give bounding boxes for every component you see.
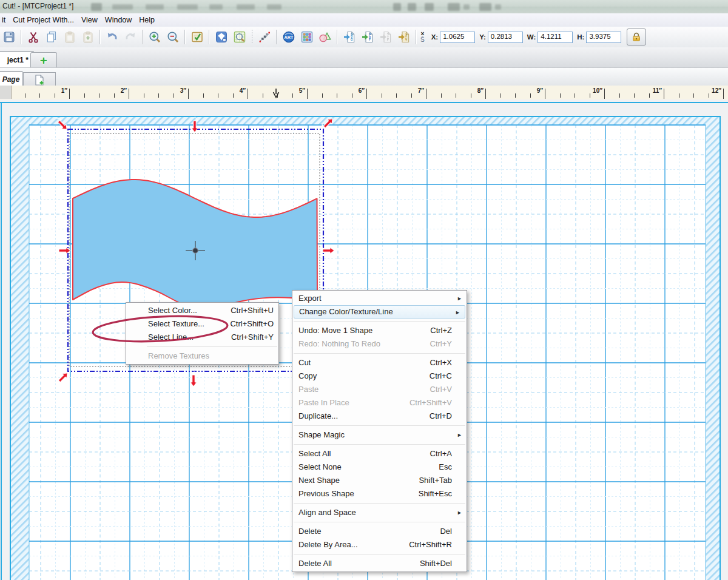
ruler-label: 5″ (299, 87, 307, 94)
menu-item-export[interactable]: Export► (292, 292, 467, 305)
art-gallery-button[interactable]: ART (280, 29, 297, 45)
undo-button[interactable] (104, 29, 121, 45)
import-ttf-button[interactable]: TTF (377, 29, 394, 45)
tab-project[interactable]: ject1 * (0, 51, 34, 68)
menu-item-previous-shape[interactable]: Previous ShapeShift+Esc (292, 487, 467, 501)
menu-separator (294, 522, 465, 522)
import-svg-button[interactable]: SVG (341, 29, 358, 45)
menu-item-label: Select None (298, 460, 342, 474)
menu-item-label: Remove Textures (148, 349, 209, 363)
pixel-art-button[interactable] (298, 29, 315, 45)
paste-button[interactable] (61, 29, 78, 45)
menu-item-paste-in-place[interactable]: Paste In PlaceCtrl+Shift+V (292, 396, 467, 410)
menu-item-redo-nothing-to-redo[interactable]: Redo: Nothing To RedoCtrl+Y (292, 337, 467, 351)
ruler-tick (515, 93, 516, 98)
menubar-item-it[interactable]: it (2, 16, 11, 24)
menu-item-select-color[interactable]: Select Color...Ctrl+Shift+U (126, 304, 278, 317)
menu-item-select-none[interactable]: Select NoneEsc (292, 460, 467, 474)
ruler-tick (709, 93, 709, 98)
zoom-in-button[interactable] (146, 29, 163, 45)
menu-item-delete[interactable]: DeleteDel (292, 525, 467, 538)
copy-button[interactable] (43, 29, 60, 45)
ghost-window-artifact (237, 4, 255, 10)
menu-item-paste[interactable]: PasteCtrl+V (292, 383, 467, 396)
menu-item-select-line[interactable]: Select Line...Ctrl+Shift+Y (126, 331, 278, 344)
menu-item-select-texture[interactable]: Select Texture...Ctrl+Shift+O (126, 317, 278, 331)
import-pdf-button[interactable]: PDF (359, 29, 376, 45)
menu-item-label: Undo: Move 1 Shape (298, 324, 372, 337)
menu-item-shortcut: Shift+Del (420, 557, 452, 570)
menu-item-copy[interactable]: CopyCtrl+C (292, 369, 467, 383)
add-page-button[interactable] (23, 72, 56, 87)
ruler-tick (441, 93, 442, 98)
coord-field-y[interactable]: 0.2813 (488, 32, 523, 43)
ruler-tick (366, 89, 367, 99)
tab-page[interactable]: Page (0, 71, 22, 87)
cut-button[interactable] (25, 29, 42, 45)
ruler-tick (144, 93, 144, 98)
coord-label-h: H: (577, 33, 584, 41)
coord-field-w[interactable]: 4.1211 (538, 32, 573, 43)
redo-button[interactable] (122, 29, 139, 45)
menu-item-shortcut: Ctrl+Shift+Y (231, 331, 274, 344)
ruler-tick (55, 93, 55, 98)
menubar-item-view[interactable]: View (81, 16, 103, 24)
menu-item-label: Copy (298, 369, 317, 383)
add-project-tab-button[interactable]: + (30, 52, 57, 68)
import-scut-button[interactable]: SCUT (396, 29, 413, 45)
ghost-window-artifact (408, 3, 416, 11)
ghost-window-artifact (91, 3, 102, 11)
menu-item-label: Select Line... (148, 331, 194, 344)
ruler-label: 4″ (240, 87, 248, 94)
menu-item-label: Align and Space (298, 506, 356, 519)
ruler-tick (411, 93, 412, 98)
horizontal-ruler: 1″2″3″4″5″6″7″8″9″10″11″12″ (0, 86, 728, 100)
menu-item-duplicate[interactable]: Duplicate...Ctrl+D (292, 410, 467, 423)
ruler-label: 6″ (359, 87, 366, 94)
ghost-window-artifact (495, 4, 501, 10)
confirm-mat-button[interactable] (189, 29, 206, 45)
ruler-tick (456, 93, 456, 98)
context-menu: Export►Change Color/Texture/Line►Undo: M… (292, 290, 467, 572)
ghost-window-artifact (112, 4, 133, 10)
mat-preview-button[interactable] (231, 29, 248, 45)
basic-shapes-button[interactable] (317, 29, 334, 45)
menu-item-label: Delete All (298, 557, 332, 570)
menu-item-change-color-texture-line[interactable]: Change Color/Texture/Line► (294, 305, 465, 319)
blade-options-button[interactable] (213, 29, 230, 45)
menu-item-cut[interactable]: CutCtrl+X (292, 356, 467, 369)
menu-item-label: Change Color/Texture/Line (299, 306, 393, 318)
menu-item-delete-all[interactable]: Delete AllShift+Del (292, 557, 467, 570)
menu-item-next-shape[interactable]: Next ShapeShift+Tab (292, 474, 467, 487)
paste-from-file-button[interactable] (79, 29, 96, 45)
menu-item-remove-textures[interactable]: Remove Textures (126, 349, 278, 363)
ghost-window-artifact (177, 4, 198, 10)
coord-field-x[interactable]: 1.0625 (440, 32, 475, 43)
ghost-window-artifact (146, 4, 164, 10)
unit-toggle-icon[interactable]: ×Ŝ (420, 31, 425, 43)
ruler-label: 11″ (653, 87, 664, 94)
ghost-window-artifact (463, 4, 470, 10)
menu-item-align-and-space[interactable]: Align and Space► (292, 506, 467, 519)
node-edit-button[interactable] (256, 29, 273, 45)
menubar-item-help[interactable]: Help (139, 16, 160, 24)
menu-item-shortcut: Ctrl+Z (430, 324, 452, 337)
page-tab-bar: Page (0, 67, 728, 87)
menu-item-undo-move-1-shape[interactable]: Undo: Move 1 ShapeCtrl+Z (292, 324, 467, 337)
add-page-icon (33, 74, 46, 86)
ruler-label: 12″ (712, 87, 723, 94)
menu-item-delete-by-area[interactable]: Delete By Area...Ctrl+Shift+R (292, 538, 467, 551)
coord-field-h[interactable]: 3.9375 (586, 32, 621, 43)
ruler-tick (679, 93, 679, 98)
menu-item-shape-magic[interactable]: Shape Magic► (292, 428, 467, 442)
zoom-out-button[interactable] (164, 29, 181, 45)
menubar-item-window[interactable]: Window (105, 16, 137, 24)
menu-item-shortcut: Ctrl+Shift+U (231, 304, 274, 317)
menu-item-select-all[interactable]: Select AllCtrl+A (292, 447, 467, 460)
menu-item-label: Next Shape (298, 474, 340, 487)
menu-item-shortcut: Ctrl+Shift+O (230, 317, 274, 331)
menubar-item-cut-project-with[interactable]: Cut Project With... (13, 16, 79, 24)
lock-aspect-button[interactable] (627, 29, 646, 46)
ruler-tick (233, 93, 234, 98)
save-button[interactable] (1, 29, 18, 45)
